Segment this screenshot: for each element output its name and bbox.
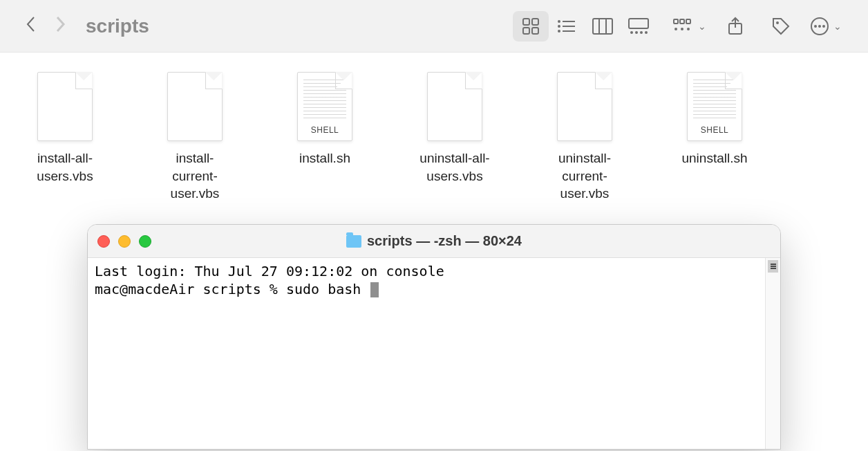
file-label: uninstall-current-user.vbs bbox=[543, 149, 626, 203]
window-controls bbox=[97, 235, 151, 248]
svg-point-30 bbox=[822, 25, 825, 28]
file-icon bbox=[167, 72, 223, 141]
svg-rect-20 bbox=[686, 19, 690, 24]
svg-point-22 bbox=[681, 28, 683, 30]
svg-point-14 bbox=[630, 31, 633, 34]
svg-rect-0 bbox=[523, 19, 529, 25]
svg-point-21 bbox=[674, 28, 677, 30]
svg-rect-1 bbox=[532, 19, 538, 25]
terminal-scrollbar[interactable] bbox=[765, 258, 780, 449]
zoom-window-button[interactable] bbox=[139, 235, 151, 248]
svg-point-17 bbox=[645, 31, 648, 34]
terminal-titlebar[interactable]: scripts — -zsh — 80×24 bbox=[88, 225, 780, 258]
finder-toolbar: scripts bbox=[0, 0, 868, 53]
svg-rect-2 bbox=[523, 28, 529, 34]
svg-point-26 bbox=[776, 21, 779, 24]
terminal-title-text: scripts — -zsh — 80×24 bbox=[367, 233, 522, 249]
column-view-button[interactable] bbox=[585, 11, 621, 42]
terminal-title: scripts — -zsh — 80×24 bbox=[88, 233, 780, 249]
svg-point-6 bbox=[558, 25, 560, 28]
gallery-view-button[interactable] bbox=[621, 11, 657, 42]
share-button[interactable] bbox=[719, 11, 752, 42]
terminal-body: Last login: Thu Jul 27 09:12:02 on conso… bbox=[88, 258, 780, 449]
svg-rect-13 bbox=[629, 19, 648, 28]
chevron-down-icon: ⌄ bbox=[698, 21, 706, 32]
tags-button[interactable] bbox=[764, 11, 798, 42]
svg-point-28 bbox=[814, 25, 817, 28]
shell-file-icon bbox=[687, 72, 742, 141]
terminal-text[interactable]: Last login: Thu Jul 27 09:12:02 on conso… bbox=[88, 258, 765, 449]
group-by-button[interactable]: ⌄ bbox=[673, 19, 706, 34]
view-switcher bbox=[513, 11, 657, 42]
file-icon bbox=[557, 72, 612, 141]
svg-point-8 bbox=[558, 30, 560, 33]
forward-button[interactable] bbox=[54, 15, 66, 37]
close-window-button[interactable] bbox=[97, 235, 110, 248]
back-button[interactable] bbox=[25, 15, 37, 37]
svg-rect-3 bbox=[532, 28, 538, 34]
file-label: uninstall.sh bbox=[673, 149, 756, 167]
file-label: uninstall-all-users.vbs bbox=[413, 149, 496, 185]
file-label: install-all-users.vbs bbox=[23, 149, 106, 185]
svg-rect-10 bbox=[593, 19, 612, 34]
shell-file-icon bbox=[297, 72, 352, 141]
svg-point-16 bbox=[640, 31, 643, 34]
folder-title: scripts bbox=[86, 15, 149, 37]
svg-rect-19 bbox=[680, 19, 684, 24]
file-icon bbox=[427, 72, 482, 141]
file-label: install.sh bbox=[283, 149, 366, 167]
svg-point-15 bbox=[635, 31, 638, 34]
terminal-prompt: mac@macdeAir scripts % sudo bash bbox=[95, 281, 369, 297]
svg-point-29 bbox=[818, 25, 821, 28]
terminal-line: Last login: Thu Jul 27 09:12:02 on conso… bbox=[95, 263, 444, 279]
svg-rect-18 bbox=[674, 19, 678, 24]
file-icon bbox=[37, 72, 93, 141]
actions-button[interactable]: ⌄ bbox=[810, 17, 842, 36]
list-view-button[interactable] bbox=[549, 11, 585, 42]
scrollbar-thumb-icon[interactable] bbox=[768, 260, 778, 273]
cursor-icon bbox=[370, 282, 379, 297]
chevron-down-icon: ⌄ bbox=[833, 21, 842, 32]
svg-point-23 bbox=[687, 28, 690, 30]
folder-icon bbox=[346, 235, 361, 248]
minimize-window-button[interactable] bbox=[118, 235, 131, 248]
icon-view-button[interactable] bbox=[513, 11, 549, 42]
svg-point-4 bbox=[558, 20, 560, 23]
file-label: install-current-user.vbs bbox=[153, 149, 236, 203]
nav-arrows bbox=[25, 15, 66, 37]
terminal-window[interactable]: scripts — -zsh — 80×24 Last login: Thu J… bbox=[87, 224, 781, 450]
